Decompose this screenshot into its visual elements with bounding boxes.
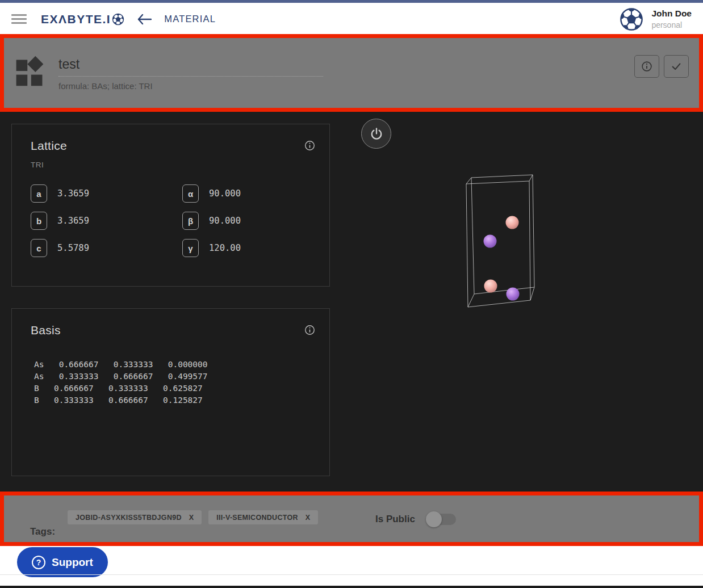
tag-chip-label: III-V-SEMICONDUCTOR [216, 514, 298, 522]
user-workspace: personal [651, 20, 692, 30]
lattice-type: TRI [31, 161, 44, 169]
material-name-field[interactable]: test [58, 57, 323, 77]
is-public-label: Is Public [375, 514, 415, 525]
remove-tag-icon[interactable]: X [189, 514, 194, 522]
tags-section: Tags: JOBID-ASYXKISS5TBDJGN9DXIII-V-SEMI… [0, 492, 703, 546]
question-mark-icon: ? [32, 556, 45, 569]
user-menu[interactable]: John Doe personal [620, 7, 692, 31]
soccer-ball-icon [112, 13, 124, 26]
material-summary: formula: BAs; lattice: TRI [58, 81, 323, 91]
tags-label: Tags: [30, 526, 55, 537]
lattice-param-value[interactable]: 120.00 [209, 243, 241, 253]
lattice-param-label: α [182, 184, 199, 203]
lattice-fields: a3.3659α90.000b3.3659β90.000c5.5789γ120.… [31, 184, 241, 257]
atom-b[interactable] [484, 235, 497, 248]
info-icon [641, 60, 653, 73]
lattice-title: Lattice [31, 139, 67, 153]
material-header-section: test formula: BAs; lattice: TRI [0, 34, 703, 112]
info-button[interactable] [634, 55, 659, 78]
tag-chip-label: JOBID-ASYXKISS5TBDJGN9D [76, 514, 182, 522]
tag-chip[interactable]: III-V-SEMICONDUCTORX [208, 510, 318, 524]
lattice-param-value[interactable]: 3.3659 [57, 216, 89, 226]
toggle-knob[interactable] [426, 511, 442, 527]
tag-chips: JOBID-ASYXKISS5TBDJGN9DXIII-V-SEMICONDUC… [68, 510, 318, 524]
exabyte-logo[interactable]: EXΛBYTE.I [41, 12, 124, 26]
atom-as[interactable] [506, 216, 519, 229]
tag-chip[interactable]: JOBID-ASYXKISS5TBDJGN9DX [68, 510, 202, 524]
remove-tag-icon[interactable]: X [306, 514, 310, 522]
lattice-param-value[interactable]: 90.000 [209, 216, 241, 226]
lattice-field-a: a3.3659 [31, 184, 182, 203]
crystal-atoms [484, 216, 520, 301]
is-public-control: Is Public [375, 514, 456, 525]
basis-row: B 0.333333 0.666667 0.125827 [34, 394, 208, 406]
lattice-field-c: c5.5789 [31, 239, 182, 257]
lattice-field-b: b3.3659 [31, 212, 182, 230]
lattice-param-value[interactable]: 90.000 [209, 188, 241, 199]
atom-b[interactable] [507, 288, 520, 301]
page-title: MATERIAL [164, 14, 216, 24]
support-button[interactable]: ? Support [17, 547, 108, 577]
save-check-button[interactable] [664, 55, 689, 78]
power-icon [370, 127, 383, 141]
lattice-field-γ: γ120.00 [182, 239, 241, 257]
material-icon [14, 55, 45, 88]
crystal-viewer[interactable] [432, 163, 568, 322]
basis-row: As 0.333333 0.666667 0.499577 [34, 371, 208, 383]
unit-cell-wireframe [466, 175, 534, 307]
lattice-card: Lattice TRI a3.3659α90.000b3.3659β90.000… [11, 124, 330, 287]
lattice-field-β: β90.000 [182, 212, 241, 230]
basis-title: Basis [31, 324, 61, 337]
atom-as[interactable] [484, 280, 497, 293]
basis-rows[interactable]: As 0.666667 0.333333 0.000000As 0.333333… [34, 359, 208, 406]
material-editor: Lattice TRI a3.3659α90.000b3.3659β90.000… [0, 112, 703, 492]
lattice-param-label: c [31, 239, 47, 257]
menu-icon[interactable] [11, 14, 27, 24]
basis-card: Basis As 0.666667 0.333333 0.000000As 0.… [11, 308, 330, 476]
lattice-param-value[interactable]: 5.5789 [57, 243, 89, 253]
user-name: John Doe [651, 9, 692, 19]
check-icon [670, 60, 683, 73]
lattice-param-value[interactable]: 3.3659 [57, 188, 89, 199]
support-label: Support [52, 556, 93, 569]
bottom-border [0, 586, 703, 588]
footer-divider [0, 574, 703, 575]
avatar [620, 7, 643, 31]
footer: ? Support [0, 546, 703, 588]
is-public-toggle[interactable] [428, 514, 456, 525]
lattice-field-α: α90.000 [182, 184, 241, 203]
lattice-param-label: a [31, 184, 47, 203]
lattice-param-label: b [31, 212, 47, 230]
basis-info-icon[interactable] [304, 324, 316, 336]
lattice-param-label: γ [182, 239, 199, 257]
app-window: EXΛBYTE.I MATERIAL [0, 0, 703, 588]
lattice-param-label: β [182, 212, 199, 230]
logo-text: EXΛBYTE.I [41, 12, 111, 26]
viewer-power-button[interactable] [361, 119, 391, 149]
lattice-info-icon[interactable] [304, 140, 316, 152]
basis-row: As 0.666667 0.333333 0.000000 [34, 359, 208, 371]
navbar: EXΛBYTE.I MATERIAL [0, 3, 703, 35]
back-arrow-icon[interactable] [137, 13, 152, 26]
basis-row: B 0.666667 0.333333 0.625827 [34, 383, 208, 394]
